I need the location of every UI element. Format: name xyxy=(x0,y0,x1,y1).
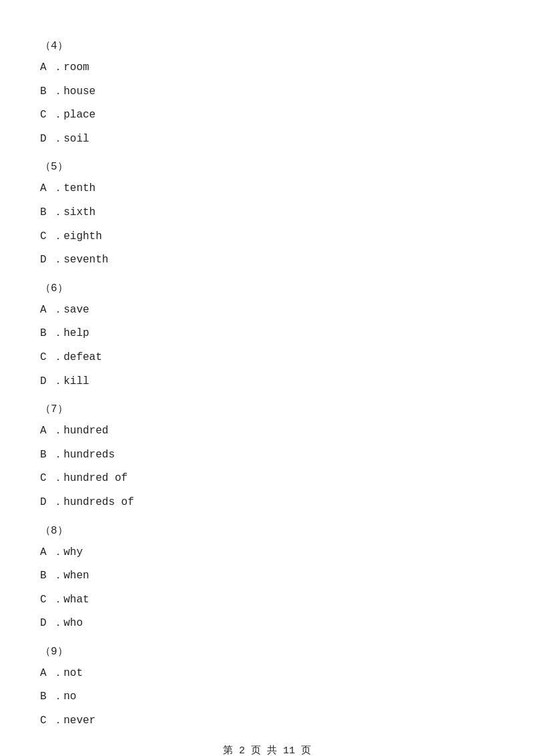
question-label-q6: （6） xyxy=(40,281,494,295)
option-q8-c[interactable]: C ．what xyxy=(40,592,494,609)
option-q6-a[interactable]: A ．save xyxy=(40,302,494,319)
option-q6-c[interactable]: C ．defeat xyxy=(40,349,494,367)
option-q8-a[interactable]: A ．why xyxy=(40,544,494,562)
option-q7-c[interactable]: C ．hundred of xyxy=(40,470,494,488)
option-q6-b[interactable]: B ．help xyxy=(40,325,494,343)
option-q4-c[interactable]: C ．place xyxy=(40,107,494,124)
question-label-q4: （4） xyxy=(40,39,494,53)
option-q9-c[interactable]: C ．never xyxy=(40,713,494,730)
question-label-q9: （9） xyxy=(40,644,494,658)
option-q8-b[interactable]: B ．when xyxy=(40,568,494,585)
option-q6-d[interactable]: D ．kill xyxy=(40,373,494,391)
page-footer: 第 2 页 共 11 页 xyxy=(0,744,534,756)
option-q4-b[interactable]: B ．house xyxy=(40,83,494,101)
question-label-q8: （8） xyxy=(40,524,494,538)
option-q4-a[interactable]: A ．room xyxy=(40,59,494,77)
option-q5-d[interactable]: D ．seventh xyxy=(40,252,494,269)
option-q7-b[interactable]: B ．hundreds xyxy=(40,447,494,464)
option-q5-b[interactable]: B ．sixth xyxy=(40,204,494,222)
option-q8-d[interactable]: D ．who xyxy=(40,615,494,632)
question-label-q7: （7） xyxy=(40,402,494,416)
main-content: （4）A ．roomB ．houseC ．placeD ．soil（5）A ．t… xyxy=(0,0,534,756)
option-q5-c[interactable]: C ．eighth xyxy=(40,228,494,246)
option-q5-a[interactable]: A ．tenth xyxy=(40,180,494,198)
option-q7-a[interactable]: A ．hundred xyxy=(40,423,494,440)
option-q9-b[interactable]: B ．no xyxy=(40,689,494,706)
option-q7-d[interactable]: D ．hundreds of xyxy=(40,494,494,512)
option-q4-d[interactable]: D ．soil xyxy=(40,131,494,148)
footer-text: 第 2 页 共 11 页 xyxy=(223,745,311,756)
question-label-q5: （5） xyxy=(40,160,494,174)
option-q9-a[interactable]: A ．not xyxy=(40,665,494,683)
